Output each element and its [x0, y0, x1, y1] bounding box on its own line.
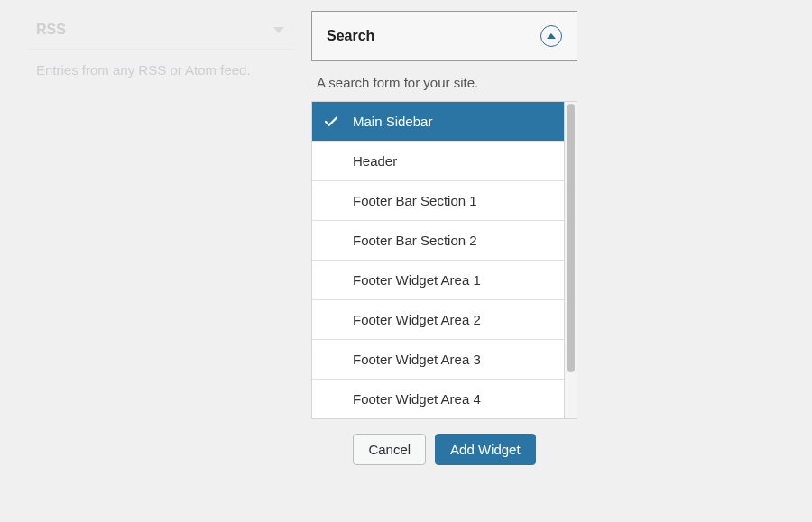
widget-rss-header[interactable]: RSS [27, 11, 293, 50]
widget-area-list: Main SidebarHeaderFooter Bar Section 1Fo… [311, 101, 565, 419]
widget-area-label: Footer Widget Area 1 [353, 272, 481, 288]
cancel-button[interactable]: Cancel [353, 434, 426, 465]
collapse-toggle-icon[interactable] [540, 25, 562, 47]
chevron-up-icon [547, 33, 556, 39]
widget-area-label: Footer Widget Area 4 [353, 391, 481, 407]
widget-search-panel: Search A search form for your site. Main… [311, 11, 577, 465]
widget-area-item[interactable]: Main Sidebar [312, 102, 564, 142]
widget-area-item[interactable]: Footer Widget Area 3 [312, 340, 564, 380]
widget-area-label: Footer Widget Area 2 [353, 312, 481, 327]
widget-area-label: Footer Widget Area 3 [353, 352, 481, 367]
widget-area-label: Footer Bar Section 2 [353, 233, 477, 248]
scrollbar[interactable] [565, 101, 577, 419]
widget-area-item[interactable]: Footer Widget Area 2 [312, 300, 564, 340]
widget-area-item[interactable]: Footer Bar Section 2 [312, 221, 564, 261]
widget-search-title: Search [327, 28, 374, 44]
widget-area-item[interactable]: Footer Bar Section 1 [312, 181, 564, 221]
scrollbar-thumb[interactable] [567, 104, 575, 372]
widget-area-item[interactable]: Footer Widget Area 1 [312, 261, 564, 300]
action-buttons: Cancel Add Widget [311, 419, 577, 465]
widget-rss-description: Entries from any RSS or Atom feed. [27, 50, 293, 92]
widget-area-label: Main Sidebar [353, 114, 432, 129]
widget-rss-column: RSS Entries from any RSS or Atom feed. [27, 11, 293, 465]
widget-area-label: Header [353, 153, 397, 169]
chevron-down-icon [273, 27, 284, 33]
widget-area-label: Footer Bar Section 1 [353, 193, 477, 208]
add-widget-button[interactable]: Add Widget [435, 434, 536, 465]
check-icon [323, 114, 339, 130]
widget-search-header[interactable]: Search [311, 11, 577, 61]
widget-area-item[interactable]: Footer Widget Area 4 [312, 380, 564, 418]
widget-area-item[interactable]: Header [312, 142, 564, 181]
widget-search-description: A search form for your site. [311, 61, 577, 101]
widget-rss-title: RSS [36, 22, 66, 38]
